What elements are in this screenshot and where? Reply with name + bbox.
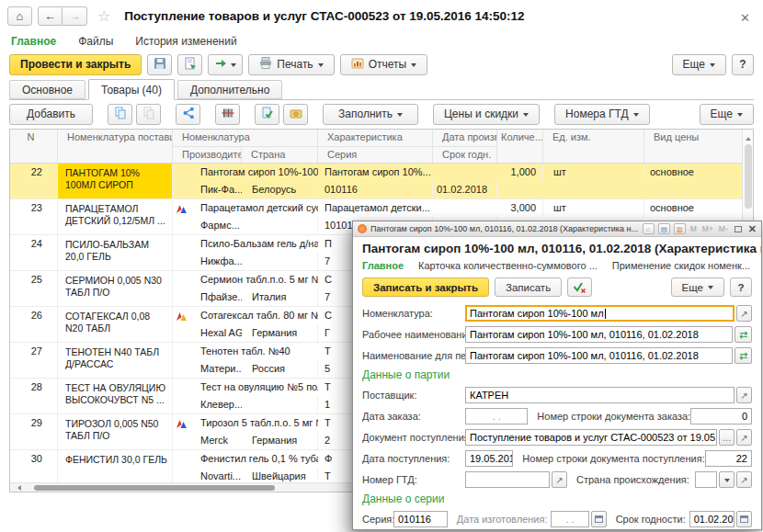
dialog-help-button[interactable]: ? — [730, 277, 752, 297]
dialog-titlebar[interactable]: Пантогам сироп 10%-100 мл, 010116, 01.02… — [353, 221, 761, 237]
dialog-close-icon[interactable]: ✕ — [748, 223, 757, 235]
open-icon[interactable]: ↗ — [736, 387, 752, 403]
paste-row-button[interactable] — [136, 104, 161, 125]
copy-row-button[interactable] — [108, 104, 132, 125]
scroll-left-icon[interactable] — [15, 485, 21, 491]
marker-icon-empty — [176, 167, 188, 178]
home-icon[interactable]: ⌂ — [7, 6, 32, 26]
supplier-nomenclature-cell: ТЕНОТЕН N40 ТАБЛ Д/РАССАС — [58, 343, 173, 378]
receipt-line-field[interactable]: 22 — [705, 450, 752, 467]
calendar-icon[interactable] — [591, 511, 607, 527]
choose-icon[interactable]: … — [719, 429, 735, 446]
create-based-on-button[interactable] — [208, 54, 243, 75]
save-and-close-button[interactable]: Записать и закрыть — [362, 277, 489, 297]
refresh-name-icon[interactable]: ⇄ — [735, 347, 752, 364]
dialog-menu-discounts[interactable]: Применение скидок номенк... — [612, 260, 750, 271]
seria-field[interactable]: 010116 — [393, 511, 448, 527]
menu-istoriya[interactable]: История изменений — [135, 35, 236, 48]
marker-icon-empty — [176, 382, 188, 393]
table-more-button[interactable]: Еще — [700, 104, 754, 125]
open-icon[interactable]: ↗ — [736, 471, 752, 488]
print-button[interactable]: Печать — [248, 54, 334, 75]
manufacturer-cell: Novarti... — [173, 468, 242, 482]
refresh-name-icon[interactable]: ⇄ — [735, 326, 752, 343]
reports-button[interactable]: Отчеты — [340, 54, 427, 75]
more-button[interactable]: Еще — [672, 54, 726, 75]
print-name-field[interactable]: Пантогам сироп 10%-100 мл, 010116, 01.02… — [465, 347, 733, 364]
supplier-field[interactable]: КАТРЕН — [465, 387, 735, 403]
help-button[interactable]: ? — [732, 54, 754, 75]
prices-folder-button[interactable] — [283, 104, 308, 125]
col-header-price-type[interactable]: Вид цены — [644, 130, 753, 163]
close-icon[interactable]: ✕ — [740, 11, 750, 25]
col-header-seria[interactable]: Серия — [318, 146, 433, 163]
open-icon[interactable]: ↗ — [736, 429, 752, 446]
dropdown-icon[interactable] — [719, 471, 735, 488]
nomenclature-cell: Парацетамол детский сусп... — [173, 199, 318, 217]
add-row-button[interactable]: Добавить — [9, 104, 93, 125]
calendar-icon[interactable] — [736, 511, 752, 527]
gtd-field[interactable] — [465, 471, 550, 488]
tab-dopolnitelno[interactable]: Дополнительно — [177, 80, 282, 99]
forward-icon[interactable]: → — [63, 6, 87, 26]
prices-discounts-button[interactable]: Цены и скидки — [433, 104, 540, 125]
origin-country-field[interactable] — [695, 471, 717, 488]
floppy-icon — [154, 57, 166, 73]
col-header-nomenclature[interactable]: Номенклатура — [173, 130, 318, 146]
vertical-scroll-thumb[interactable] — [745, 144, 752, 209]
check-fill-button[interactable] — [255, 104, 279, 125]
memory-mplus-button[interactable]: М+ — [702, 224, 713, 233]
col-header-prod-date[interactable]: Дата произв. — [433, 130, 497, 146]
1c-logo-icon — [358, 224, 367, 233]
col-header-expiry[interactable]: Срок годн. — [433, 146, 497, 163]
barcode-scanner-button[interactable] — [215, 104, 240, 125]
dialog-menu-glavnoe[interactable]: Главное — [362, 260, 404, 271]
receipt-doc-label: Документ поступления: — [362, 432, 465, 443]
horizontal-scroll-thumb[interactable] — [34, 485, 275, 492]
tab-osnovnoe[interactable]: Основное — [9, 80, 85, 99]
back-icon[interactable]: ← — [38, 6, 63, 26]
col-header-manufacturer[interactable]: Производите... — [173, 146, 242, 163]
gtd-numbers-button[interactable]: Номера ГТД — [554, 104, 650, 125]
col-header-characteristic[interactable]: Характеристика — [318, 130, 433, 146]
made-date-field[interactable]: . . — [551, 511, 588, 527]
receipt-date-field[interactable]: 19.05.2016 — [465, 450, 513, 467]
dialog-menu-card[interactable]: Карточка количественно-суммового ... — [418, 260, 598, 271]
docs-panel-icon[interactable]: ▤ — [658, 223, 670, 234]
fill-button[interactable]: Заполнить — [323, 104, 418, 125]
share-button[interactable] — [176, 104, 200, 125]
col-header-supplier[interactable]: Номенклатура поставщика — [58, 130, 173, 163]
dialog-more-button[interactable]: Еще — [671, 277, 724, 297]
memory-mminus-button[interactable]: М- — [719, 224, 728, 233]
working-name-field[interactable]: Пантогам сироп 10%-100 мл, 010116, 01.02… — [465, 326, 733, 343]
col-header-n[interactable]: N — [10, 130, 58, 163]
open-icon[interactable]: ↗ — [552, 471, 567, 488]
scroll-up-icon[interactable] — [746, 134, 751, 141]
tab-tovary[interactable]: Товары (40) — [88, 79, 175, 100]
memory-m-button[interactable]: М — [690, 224, 697, 233]
favorite-star-icon[interactable]: ☆ — [97, 7, 110, 25]
nomenclature-field[interactable]: Пантогам сироп 10%-100 мл — [465, 305, 735, 322]
order-date-field[interactable]: . . — [465, 408, 528, 424]
col-header-country[interactable]: Страна — [242, 146, 318, 163]
table-row[interactable]: 22ПАНТОГАМ 10% 100МЛ СИРОППантогам сироп… — [10, 164, 742, 199]
maximize-icon[interactable] — [735, 226, 742, 232]
col-header-unit[interactable]: Ед. изм. — [543, 130, 644, 163]
document-check-icon — [261, 107, 274, 122]
expiry-date-field[interactable]: 01.02.2018 — [689, 511, 735, 527]
check-fill-dialog-button[interactable] — [567, 277, 592, 297]
menu-faily[interactable]: Файлы — [78, 35, 113, 48]
receipt-doc-field[interactable]: Поступление товаров и услуг СТАС-000523 … — [465, 429, 717, 446]
save-button[interactable] — [147, 54, 172, 75]
post-document-button[interactable] — [177, 54, 202, 75]
order-line-field[interactable]: 0 — [690, 408, 752, 424]
col-header-qty[interactable]: Количе... — [497, 130, 543, 163]
chart-panel-icon[interactable]: ▥ — [674, 223, 686, 234]
favorites-icon[interactable]: ⌂ — [643, 223, 655, 234]
nomenclature-text: Псило-Бальзам гель д/нару... — [200, 235, 318, 253]
open-icon[interactable]: ↗ — [736, 305, 752, 322]
prod-date-cell — [433, 199, 497, 217]
post-and-close-button[interactable]: Провести и закрыть — [9, 54, 142, 75]
dialog-save-button[interactable]: Записать — [495, 277, 562, 297]
menu-glavnoe[interactable]: Главное — [11, 35, 56, 48]
